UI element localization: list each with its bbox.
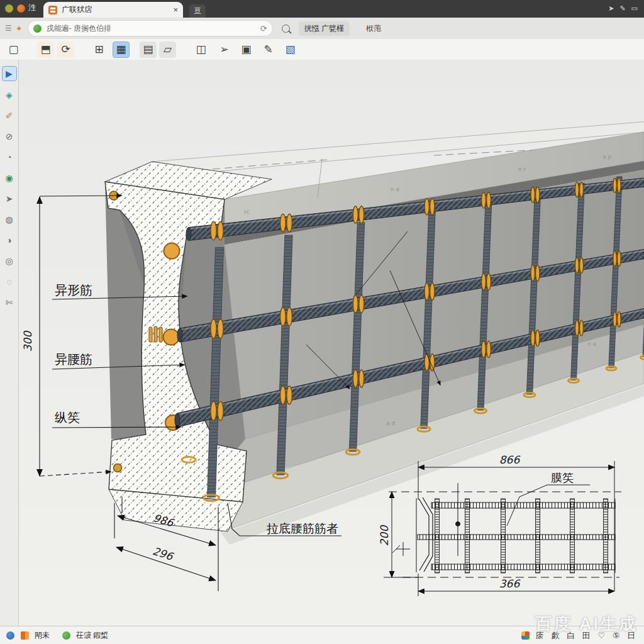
sidebar-diamond-icon[interactable]: ◈ — [3, 88, 16, 102]
menu-icon[interactable]: ☰ — [5, 24, 12, 33]
tool-orbit[interactable]: ⟳ — [57, 42, 74, 58]
frame-icon: ▢ — [8, 43, 18, 56]
detail-dim-side: 200 — [378, 525, 391, 547]
excel-task-icon[interactable] — [62, 631, 70, 640]
sidebar-target-icon[interactable]: ◎ — [3, 254, 16, 268]
tool-sidebar: ▶ ◈ ✐ ⊘ ◔ ◉ ➤ ◍ ◑ ◎ ◌ ✄ — [0, 60, 19, 626]
drawing-canvas[interactable]: 300 异形筋 异腰筋 纵笶 986 296 拉底腰筋筋者 rc n r a p… — [19, 60, 644, 626]
system-orange-icon[interactable] — [17, 4, 25, 13]
sidebar-orbit-icon[interactable]: ◔ — [3, 150, 16, 164]
new-tab-button[interactable]: 亘 — [189, 4, 206, 18]
detail-drawing — [384, 461, 621, 596]
browser-tab[interactable]: 广联犾扂 × — [43, 2, 183, 18]
share-icon[interactable]: ➤ — [608, 4, 614, 13]
tab-strip: 泩 广联犾扂 × 亘 ➤ ✎ ▭ — [0, 0, 644, 18]
extension-icon[interactable]: ✦ — [16, 24, 23, 33]
sidebar-pin-icon[interactable]: ➤ — [3, 192, 16, 206]
detail-dim-top: 866 — [499, 453, 521, 466]
orbit-icon: ⟳ — [61, 43, 70, 56]
tab-close-icon[interactable]: × — [173, 5, 178, 14]
tool-cage[interactable]: ◫ — [192, 42, 209, 58]
status-bar: 閗未 茌箥 鍜椞 庩 歔 白 田 ♡ ⑤ 日 — [0, 626, 644, 644]
refresh-icon[interactable]: ⟳ — [260, 24, 267, 33]
tool-section[interactable]: ⬒ — [37, 42, 54, 58]
system-green-icon[interactable] — [5, 4, 13, 13]
label-longitudinal-bar: 纵笶 — [55, 410, 80, 425]
sidebar-contrast-icon[interactable]: ◑ — [3, 233, 16, 247]
window-icon[interactable]: ▭ — [631, 4, 638, 13]
tool-rebar-grid[interactable]: ▦ — [113, 42, 130, 58]
slab-icon: ▱ — [164, 43, 172, 56]
window-label: 泩 — [28, 3, 36, 13]
task-label-2[interactable]: 茌箥 鍜椞 — [76, 630, 108, 641]
sidebar-pointer-icon[interactable]: ▶ — [2, 66, 17, 81]
tool-layers[interactable]: ▤ — [140, 42, 157, 58]
address-bar: ☰ ✦ 戌能遍- 唐搁色伯排 ⟳ 挄惤 广甓槿 栿萢 — [0, 18, 644, 40]
layers-icon: ▤ — [143, 43, 153, 56]
tab-favicon-icon — [48, 6, 57, 14]
tool-image[interactable]: ▧ — [282, 42, 299, 58]
faint-mark: rc — [244, 209, 250, 215]
url-field[interactable]: 戌能遍- 唐搁色伯排 ⟳ — [28, 20, 273, 36]
grid-plus-icon: ⊞ — [94, 43, 103, 56]
tab-title: 广联犾扂 — [62, 4, 169, 15]
system-tray: 庩 歔 白 田 ♡ ⑤ 日 — [521, 630, 644, 641]
dim-height: 300 — [21, 330, 34, 352]
faint-mark: a d — [386, 420, 395, 426]
app-window: 泩 广联犾扂 × 亘 ➤ ✎ ▭ ☰ ✦ 戌能遍- 唐搁色伯排 ⟳ 挄惤 广甓槿… — [0, 0, 644, 644]
url-text[interactable]: 戌能遍- 唐搁色伯排 — [47, 23, 260, 34]
beam-drawing: 300 异形筋 异腰筋 纵笶 986 296 拉底腰筋筋者 rc n r a p… — [19, 60, 644, 626]
browser-task-icon[interactable] — [6, 631, 14, 640]
label-profile-bar: 异形筋 — [55, 282, 92, 297]
pen-icon: ✎ — [264, 43, 272, 56]
detail-dim-bottom: 366 — [499, 577, 521, 590]
arrow-icon: ➢ — [219, 43, 228, 56]
faint-mark: a p — [602, 153, 611, 160]
search-hint-chip[interactable]: 挄惤 广甓槿 — [299, 21, 350, 36]
sidebar-pencil-icon[interactable]: ✐ — [3, 109, 16, 123]
bar-end-top — [164, 243, 180, 259]
sidebar-disable-icon[interactable]: ⊘ — [3, 130, 16, 143]
office-task-icon[interactable] — [21, 631, 29, 640]
task-label-1[interactable]: 閗未 — [35, 630, 50, 641]
image-icon: ▧ — [285, 43, 295, 56]
color-palette-icon[interactable] — [521, 631, 530, 640]
sidebar-scissors-icon[interactable]: ✄ — [3, 296, 16, 309]
tool-grid-new[interactable]: ⊞ — [91, 42, 108, 58]
search-hint-secondary[interactable]: 栿萢 — [366, 23, 381, 34]
sidebar-ring-icon[interactable]: ◌ — [3, 275, 16, 289]
faint-mark: n a — [391, 186, 399, 192]
site-icon — [33, 25, 42, 33]
label-tie-bar: 拉底腰筋筋者 — [267, 521, 338, 535]
section-icon: ⬒ — [40, 43, 50, 56]
faint-mark: n a — [587, 341, 596, 347]
rebar-grid-icon: ▦ — [116, 43, 126, 56]
tool-annotate[interactable]: ✎ — [260, 42, 277, 58]
bar-end-mid — [164, 330, 179, 345]
search-icon[interactable] — [282, 25, 290, 33]
tool-select-frame[interactable]: ▢ — [5, 42, 22, 58]
label-waist-bar: 异腰筋 — [55, 352, 92, 367]
faint-mark: n r — [518, 166, 526, 172]
sidebar-shade-icon[interactable]: ◍ — [3, 213, 16, 226]
tray-icons[interactable]: 庩 歔 白 田 ♡ ⑤ 日 — [536, 630, 638, 641]
tool-slab[interactable]: ▱ — [159, 42, 176, 58]
tool-flow[interactable]: ➢ — [216, 42, 233, 58]
cage-icon: ◫ — [196, 43, 206, 56]
cad-toolbar: ▢ ⬒ ⟳ ⊞ ▦ ▤ ▱ ◫ ➢ ▣ ✎ ▧ — [0, 39, 644, 60]
sidebar-globe-icon[interactable]: ◉ — [3, 171, 16, 185]
edit-icon[interactable]: ✎ — [619, 4, 625, 13]
tool-save-view[interactable]: ▣ — [238, 42, 255, 58]
detail-label: 膜笶 — [551, 471, 574, 484]
save-icon: ▣ — [241, 43, 251, 56]
